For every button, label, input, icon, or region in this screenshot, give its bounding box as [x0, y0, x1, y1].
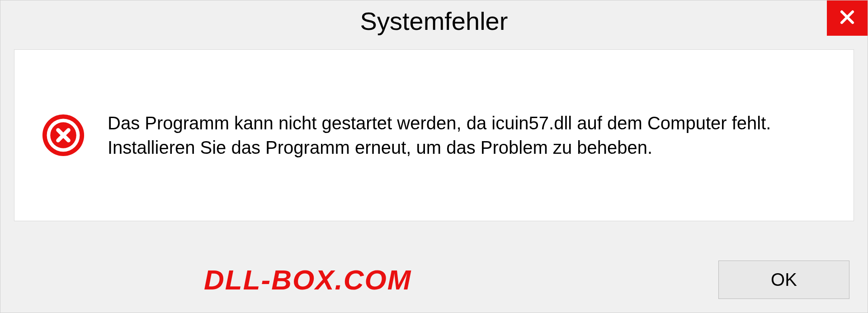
- ok-button-label: OK: [771, 270, 797, 290]
- dialog-footer: DLL-BOX.COM OK: [0, 261, 868, 299]
- title-bar: Systemfehler: [0, 0, 868, 41]
- error-icon: [42, 114, 85, 157]
- content-area: Das Programm kann nicht gestartet werden…: [14, 49, 854, 221]
- watermark-text: DLL-BOX.COM: [204, 264, 411, 296]
- error-message: Das Programm kann nicht gestartet werden…: [108, 111, 826, 160]
- error-dialog: Systemfehler Das Programm kann nicht ges…: [0, 0, 868, 313]
- ok-button[interactable]: OK: [718, 261, 849, 299]
- close-icon: [838, 8, 856, 28]
- close-button[interactable]: [827, 0, 868, 36]
- dialog-title: Systemfehler: [360, 6, 508, 36]
